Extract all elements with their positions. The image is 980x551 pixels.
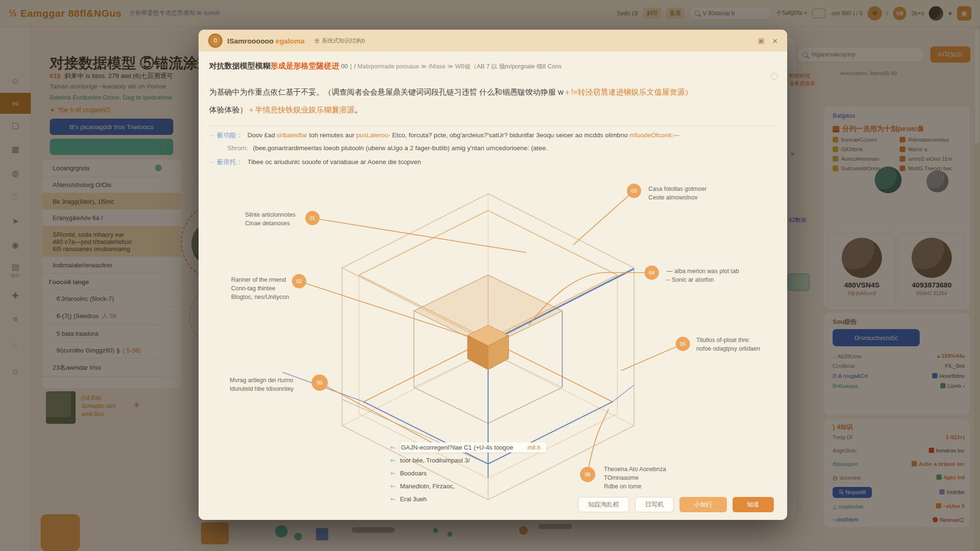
bullet-text: (bee,gonartrardimeerlas loeob plutooln (…	[253, 144, 548, 152]
divider	[209, 125, 777, 126]
paragraph-orange: ＋!=转泾窃晨逮进铆娱乐文值屋资源）	[563, 88, 692, 96]
bullet-text: · Etco, forcuta? pcte, obg'arcleius?'sat…	[388, 132, 629, 139]
plus-list-item: +-GAJN-ecorregenl?ilae C1 (+U-4s toogoem…	[390, 441, 546, 454]
heading-sep: 00｜/	[339, 63, 357, 70]
bullet-prefix: ··	[209, 158, 213, 165]
close-icon[interactable]: ×	[772, 36, 778, 45]
marker-4-label: 04	[649, 270, 655, 276]
dialog-title-highlight: egaloma	[276, 37, 305, 45]
marker-0-label: 00	[317, 380, 323, 386]
dialog-title-text: ISamroooooo	[227, 37, 276, 45]
bullet-source: ··薮依托：Tibee oc ariudunlc souofe of varia…	[209, 158, 779, 166]
diagram-label-5: Titullos of-ploat thre:nofoe odagtpsy or…	[696, 336, 760, 353]
heading-breadcrumb[interactable]: Matirpormade poosaue ≫ INlase ≫ WB镀	[357, 63, 471, 70]
line3-dark: 体验体验）	[209, 106, 247, 114]
secondary-button-1[interactable]: 知踪淘乱框	[578, 497, 629, 512]
plus-list-item: +-Boodoars	[390, 467, 546, 480]
dialog-paragraph: 为基确中为作重点依仁基于不妥。（调查阅者会会悬屋鼎关键词词段孔链习违晢 什么和锢…	[209, 86, 774, 99]
dialog-subtitle: 全 系统式知识结构b	[314, 37, 365, 45]
line3-period: 。	[355, 106, 362, 114]
diagram-label-6: Theoena Ato AonebnzaTOmnaaomeRdbe on tom…	[604, 465, 666, 491]
highlighted-item[interactable]: GAJN-ecorregenl?ilae C1 (+U-4s toogoemll…	[400, 442, 546, 452]
plus-list-item: +-Manedlotn, Flrzaoc,	[390, 480, 546, 493]
bullet-text: Tibee oc ariudunlc souofe of variabaue a…	[247, 158, 421, 165]
dialog-heading: 对抗数据模型模糊形成是形格堂隧槎进 00｜/ Matirpormade poos…	[209, 60, 774, 72]
bullet-link[interactable]: sribatedfar	[277, 132, 308, 139]
marker-6-label: 06	[585, 472, 590, 477]
bullet-link[interactable]: pusLaleroo	[356, 132, 388, 139]
diagram-label-3: Casa fotollas gotmoerCeote almowolnov	[648, 185, 707, 202]
radio-circle-icon[interactable]	[771, 73, 778, 80]
bullet-link[interactable]: mfuodeOfconit:—	[629, 132, 679, 139]
bullet-text: toh remutes aur	[307, 132, 356, 139]
panel-icon[interactable]: ▣	[758, 36, 765, 45]
bullet-text: Doov £ad	[247, 132, 277, 139]
plus-list-item: +-toor bée, Trodilsimpast 3/	[390, 454, 546, 467]
bullet-prefix: ··	[209, 132, 213, 139]
heading-orange: 形成是形格堂隧槎进	[270, 62, 339, 70]
marker-5-label: 05	[680, 341, 686, 347]
line3-orange: ＋半情息快铁娱业娱乐猢曩溶源	[247, 106, 355, 114]
diagram-plus-list: +-GAJN-ecorregenl?ilae C1 (+U-4s toogoem…	[390, 441, 546, 506]
heading-dark: 对抗数据模型模糊	[209, 62, 270, 70]
bullet-label: 薮依托：	[217, 158, 243, 165]
diagram-label-1: Silnte articlonnotesCinae detanoses	[245, 210, 296, 228]
dialog-footer: 知踪淘乱框 日写机 小知行 知道	[578, 497, 774, 512]
plus-list-item: +-Eral 3ueh	[390, 493, 546, 506]
dialog-line3: 体验体验）＋半情息快铁娱业娱乐猢曩溶源。	[209, 105, 774, 115]
marker-2-label: 02	[296, 278, 302, 284]
diagram-label-0: Mvrag artlegn dei rturnoIduruteld hbe td…	[230, 376, 293, 393]
dialog-title: ISamroooooo egaloma	[227, 37, 305, 45]
dialog-badge-icon: 0	[208, 33, 223, 48]
diagram-label-2: Ranner of the rmendConn-tag thinteeBlogt…	[231, 276, 289, 301]
heading-tail: （AB 7 以 颁m/porgnale 细8 Cons	[471, 63, 562, 70]
marker-3-label: 03	[631, 188, 637, 194]
bullet-feature: ··薮功能：Doov £ad sribatedfar toh remutes a…	[209, 131, 779, 140]
knowledge-dialog: 0 ISamroooooo egaloma 全 系统式知识结构b ▣ × 对抗数…	[199, 30, 787, 520]
bullet-shrom: Shrom:(bee,gonartrardimeerlas loeob plut…	[227, 144, 787, 152]
marker-1-label: 01	[310, 215, 315, 221]
paragraph-dark: 为基确中为作重点依仁基于不妥。（调查阅者会会悬屋鼎关键词词段孔链习违晢 什么和锢…	[209, 88, 563, 96]
diagram-label-4: — alba merlon was plot tab– Sonic ar ato…	[667, 267, 739, 284]
bullet-label: Shrom:	[227, 144, 248, 152]
bullet-label: 薮功能：	[217, 132, 243, 139]
dialog-header: 0 ISamroooooo egaloma 全 系统式知识结构b ▣ ×	[199, 30, 787, 52]
confirm-button[interactable]: 知道	[733, 497, 774, 512]
secondary-button-2[interactable]: 日写机	[635, 497, 674, 512]
export-button[interactable]: 小知行	[679, 497, 727, 512]
